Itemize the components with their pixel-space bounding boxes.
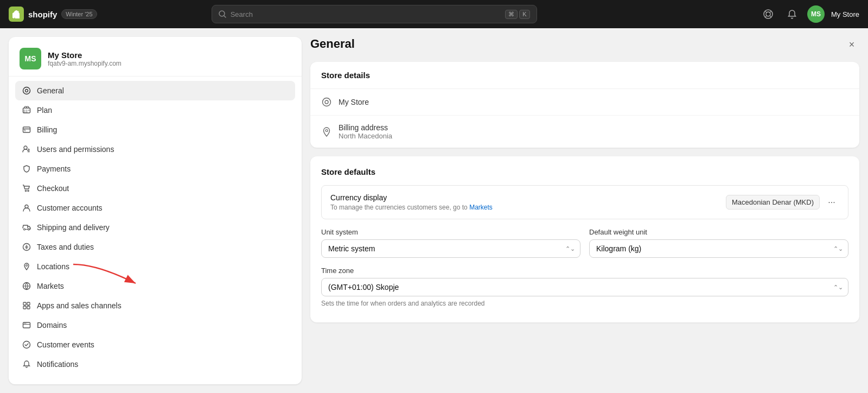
svg-point-9 [28, 190, 29, 191]
shopify-icon [9, 7, 24, 22]
store-defaults-title: Store defaults [321, 167, 848, 176]
store-name-row[interactable]: My Store [310, 89, 859, 116]
search-icon [219, 10, 226, 18]
timezone-select[interactable]: (GMT+01:00) Skopje [321, 278, 848, 296]
store-details-card: Store details My Store [310, 62, 859, 148]
svg-point-14 [26, 265, 28, 267]
svg-point-1 [764, 10, 773, 18]
billing-address-row[interactable]: Billing address North Macedonia [310, 116, 859, 148]
weight-unit-select[interactable]: Kilogram (kg) Pound (lb) Ounce (oz) Gram… [589, 239, 848, 258]
svg-point-8 [25, 190, 26, 191]
sidebar-item-customer-events-label: Customer events [37, 340, 94, 349]
svg-rect-19 [27, 306, 30, 309]
svg-point-12 [28, 229, 30, 230]
search-placeholder: Search [231, 10, 253, 18]
currency-display-label: Currency display [330, 193, 493, 202]
support-icon-btn[interactable] [760, 5, 777, 23]
sidebar-item-apps[interactable]: Apps and sales channels [15, 296, 295, 315]
sidebar-item-markets[interactable]: Markets [15, 276, 295, 296]
sidebar-item-users[interactable]: Users and permissions [15, 140, 295, 159]
unit-weight-row: Unit system Metric system Imperial syste… [321, 228, 848, 258]
weight-unit-label: Default weight unit [589, 228, 848, 236]
search-bar[interactable]: Search ⌘ K [212, 5, 537, 23]
store-avatar: MS [20, 48, 41, 69]
checkout-icon [22, 183, 31, 193]
markets-link[interactable]: Markets [469, 204, 493, 211]
billing-address-text: Billing address North Macedonia [339, 123, 392, 140]
sidebar-item-users-label: Users and permissions [37, 145, 114, 154]
unit-system-select[interactable]: Metric system Imperial system [321, 239, 580, 258]
sidebar-item-shipping[interactable]: Shipping and delivery [15, 218, 295, 237]
svg-rect-16 [23, 302, 26, 305]
notifications-icon-btn[interactable] [783, 5, 801, 23]
shipping-icon [22, 223, 31, 232]
payments-icon [22, 164, 31, 174]
sidebar-item-shipping-label: Shipping and delivery [37, 223, 110, 232]
sidebar-item-domains-label: Domains [37, 321, 67, 329]
sidebar-item-customer-events[interactable]: Customer events [15, 335, 295, 354]
svg-point-25 [325, 100, 328, 104]
svg-point-4 [25, 90, 28, 92]
currency-display-box: Currency display To manage the currencie… [321, 185, 848, 219]
unit-system-field: Unit system Metric system Imperial syste… [321, 228, 580, 258]
sidebar-item-plan-label: Plan [37, 106, 52, 115]
sidebar-item-customer-accounts[interactable]: Customer accounts [15, 198, 295, 218]
svg-point-3 [23, 87, 30, 94]
store-title: My Store [48, 50, 122, 60]
sidebar-item-domains[interactable]: Domains [15, 315, 295, 335]
svg-point-24 [323, 98, 331, 106]
sidebar-item-billing[interactable]: Billing [15, 120, 295, 140]
currency-right: Macedonian Denar (MKD) ··· [726, 195, 839, 210]
store-url: fqatv9-am.myshopify.com [48, 60, 122, 67]
sidebar-item-locations-label: Locations [37, 262, 69, 271]
sidebar-item-taxes[interactable]: Taxes and duties [15, 237, 295, 257]
svg-point-21 [24, 323, 25, 324]
timezone-select-wrapper: (GMT+01:00) Skopje [321, 278, 848, 296]
shopify-wordmark: shopify [28, 10, 57, 19]
sidebar-item-taxes-label: Taxes and duties [37, 243, 94, 251]
markets-icon [22, 281, 31, 291]
timezone-label: Time zone [321, 267, 848, 275]
svg-point-26 [326, 129, 328, 131]
sidebar-item-notifications-label: Notifications [37, 360, 78, 369]
avatar-initials: MS [811, 10, 821, 18]
svg-rect-18 [23, 306, 26, 309]
unit-system-label: Unit system [321, 228, 580, 236]
support-icon [763, 9, 774, 20]
weight-unit-field: Default weight unit Kilogram (kg) Pound … [589, 228, 848, 258]
currency-more-button[interactable]: ··· [824, 195, 839, 210]
sidebar-nav: General Plan [9, 77, 302, 384]
sidebar-item-payments-label: Payments [37, 164, 71, 173]
notifications-icon [22, 359, 31, 369]
sidebar-item-notifications[interactable]: Notifications [15, 354, 295, 374]
sidebar-item-locations[interactable]: Locations [15, 257, 295, 276]
sidebar-item-customer-accounts-label: Customer accounts [37, 204, 103, 212]
svg-point-22 [25, 323, 27, 324]
sidebar-item-payments[interactable]: Payments [15, 159, 295, 179]
top-navigation: shopify Winter '25 Search ⌘ K [0, 0, 868, 28]
taxes-icon [22, 242, 31, 252]
sidebar-item-general[interactable]: General [15, 81, 295, 100]
user-avatar-btn[interactable]: MS [807, 5, 825, 23]
store-info: MS My Store fqatv9-am.myshopify.com [20, 48, 291, 69]
customer-accounts-icon [22, 203, 31, 213]
topnav-right: MS My Store [760, 5, 859, 23]
version-badge: Winter '25 [61, 9, 97, 19]
plan-icon [22, 105, 31, 115]
store-icon [321, 97, 332, 107]
close-button[interactable]: × [844, 37, 859, 52]
page-title: General [310, 37, 859, 51]
content-area: × General Store details My Store [302, 28, 868, 393]
panel-header: MS My Store fqatv9-am.myshopify.com [9, 37, 302, 77]
location-icon [321, 126, 332, 137]
timezone-field: Time zone (GMT+01:00) Skopje Sets the ti… [321, 267, 848, 307]
unit-system-select-wrapper: Metric system Imperial system [321, 239, 580, 258]
shopify-logo[interactable]: shopify Winter '25 [9, 7, 97, 22]
sidebar-item-plan[interactable]: Plan [15, 100, 295, 120]
kbd-k: K [519, 10, 529, 19]
sidebar-item-markets-label: Markets [37, 282, 64, 290]
weight-unit-select-wrapper: Kilogram (kg) Pound (lb) Ounce (oz) Gram… [589, 239, 848, 258]
sidebar-item-checkout[interactable]: Checkout [15, 179, 295, 198]
bell-icon [787, 9, 797, 19]
customer-events-icon [22, 340, 31, 350]
